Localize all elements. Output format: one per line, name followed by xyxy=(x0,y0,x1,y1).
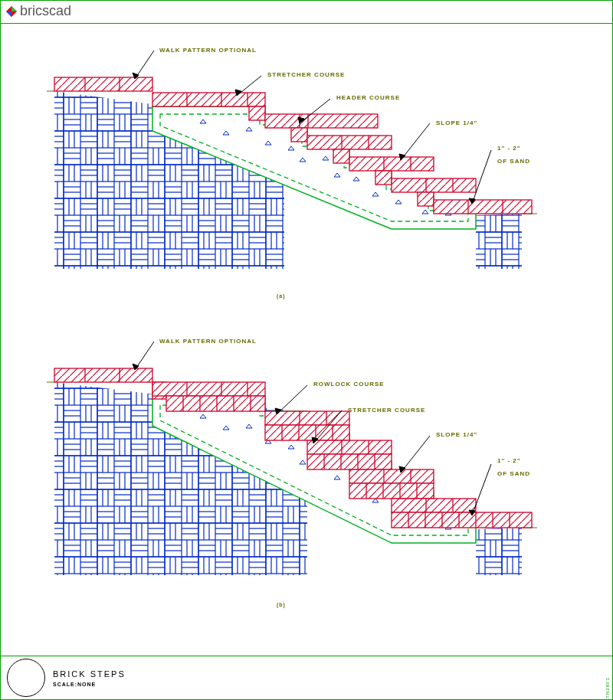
label-sand1-b: 1" - 2" xyxy=(497,457,521,464)
svg-rect-20 xyxy=(152,93,265,106)
detail-a: WALK PATTERN OPTIONAL STRETCHER COURSE H… xyxy=(47,47,568,307)
svg-line-103 xyxy=(401,436,430,473)
svg-rect-81 xyxy=(349,469,434,483)
svg-rect-41 xyxy=(434,200,532,214)
svg-line-47 xyxy=(401,123,430,160)
svg-rect-29 xyxy=(307,136,392,149)
drawing-area[interactable]: WALK PATTERN OPTIONAL STRETCHER COURSE H… xyxy=(1,24,612,654)
title-block: BRICK STEPS SCALE:NONE xyxy=(1,656,612,699)
svg-line-104 xyxy=(472,464,491,515)
label-header-a: HEADER COURSE xyxy=(336,94,400,101)
label-rowlock-b: ROWLOCK COURSE xyxy=(313,381,385,388)
label-walk-b: WALK PATTERN OPTIONAL xyxy=(159,338,257,345)
label-walk-a: WALK PATTERN OPTIONAL xyxy=(159,47,257,54)
drawing-scale: SCALE:NONE xyxy=(53,682,126,687)
svg-rect-40 xyxy=(418,192,434,206)
drawing-number: TN28F1 xyxy=(605,677,610,698)
svg-rect-32 xyxy=(333,149,349,163)
svg-rect-36 xyxy=(375,171,392,185)
svg-rect-33 xyxy=(349,157,434,171)
logo: bricscad xyxy=(6,3,71,19)
detail-b-svg xyxy=(47,338,568,613)
svg-rect-24 xyxy=(249,106,265,120)
svg-rect-28 xyxy=(291,128,307,142)
svg-rect-92 xyxy=(392,512,532,528)
svg-rect-25 xyxy=(265,114,378,128)
logo-text: bricscad xyxy=(20,3,71,19)
svg-rect-37 xyxy=(392,178,476,192)
caption-b: (b) xyxy=(277,602,286,607)
svg-rect-51 xyxy=(54,368,152,382)
label-stretcher-b: STRETCHER COURSE xyxy=(348,407,425,414)
detail-a-svg xyxy=(47,47,568,307)
drawing-title: BRICK STEPS xyxy=(53,669,126,679)
detail-b: WALK PATTERN OPTIONAL ROWLOCK COURSE STR… xyxy=(47,338,568,598)
label-slope-a: SLOPE 1/4" xyxy=(436,119,477,126)
svg-rect-17 xyxy=(54,77,152,91)
caption-a: (a) xyxy=(277,293,286,299)
svg-rect-55 xyxy=(152,382,265,396)
svg-rect-68 xyxy=(265,425,349,440)
svg-rect-89 xyxy=(392,499,476,512)
logo-icon xyxy=(6,6,17,17)
label-stretcher-a: STRETCHER COURSE xyxy=(267,71,345,78)
svg-rect-84 xyxy=(349,483,434,499)
svg-rect-73 xyxy=(307,440,392,454)
label-sand1-a: 1" - 2" xyxy=(497,145,521,152)
label-sand2-b: OF SAND xyxy=(497,470,530,477)
svg-rect-76 xyxy=(307,454,392,469)
label-sand2-a: OF SAND xyxy=(497,158,530,165)
svg-line-48 xyxy=(472,150,491,204)
detail-marker-circle xyxy=(7,659,45,697)
label-slope-b: SLOPE 1/4" xyxy=(436,431,477,438)
